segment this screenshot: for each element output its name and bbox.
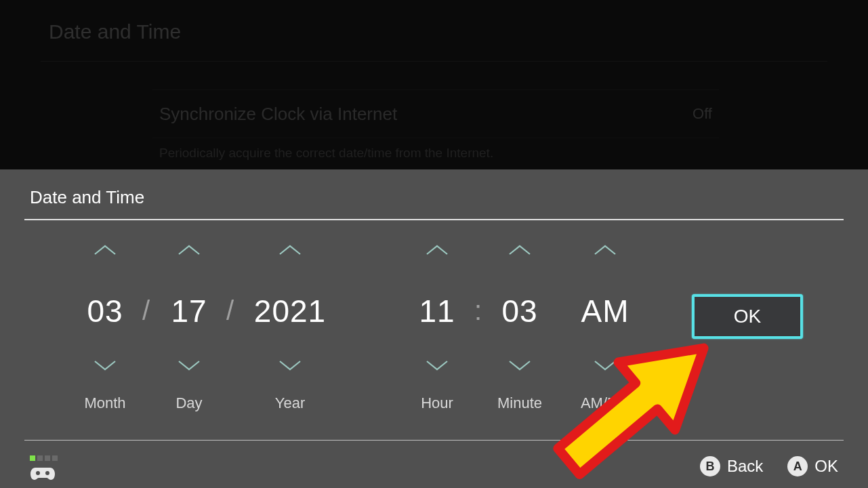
hour-value: 11 (419, 293, 455, 329)
hour-spinner[interactable]: 11 Hour (407, 232, 468, 435)
footer-bar: B Back A OK (0, 445, 868, 488)
date-separator: / (142, 296, 150, 326)
ok-button[interactable]: OK (692, 294, 803, 339)
chevron-up-icon[interactable] (426, 244, 449, 259)
month-spinner[interactable]: 03 Month (75, 232, 136, 435)
controller-indicator (30, 446, 60, 487)
hour-label: Hour (421, 394, 453, 412)
time-separator: : (474, 296, 482, 326)
year-label: Year (275, 394, 305, 412)
hint-ok-label: OK (814, 457, 838, 476)
minute-label: Minute (497, 394, 542, 412)
chevron-down-icon[interactable] (508, 359, 531, 374)
divider (24, 219, 844, 220)
svg-point-0 (36, 471, 40, 475)
hint-ok: A OK (787, 456, 838, 476)
controller-icon (30, 468, 56, 486)
ampm-label: AM/PM (581, 394, 629, 412)
chevron-down-icon[interactable] (94, 359, 117, 374)
chevron-down-icon[interactable] (278, 359, 302, 374)
chevron-up-icon[interactable] (178, 244, 201, 259)
chevron-up-icon[interactable] (508, 244, 531, 259)
month-value: 03 (87, 293, 123, 329)
day-value: 17 (171, 293, 207, 329)
divider (24, 440, 844, 441)
dialog-title: Date and Time (0, 169, 868, 219)
hint-back-label: Back (727, 457, 763, 476)
ampm-value: AM (581, 293, 629, 329)
minute-value: 03 (501, 293, 537, 329)
date-time-dialog: Date and Time 03 Month / 17 Day / 2021 Y… (0, 169, 868, 488)
chevron-down-icon[interactable] (594, 359, 617, 374)
chevron-up-icon[interactable] (278, 244, 302, 259)
year-spinner[interactable]: 2021 Year (243, 232, 337, 435)
chevron-up-icon[interactable] (594, 244, 617, 259)
hint-back: B Back (700, 456, 763, 476)
chevron-up-icon[interactable] (94, 244, 117, 259)
b-button-icon: B (700, 456, 720, 476)
day-label: Day (175, 394, 202, 412)
chevron-down-icon[interactable] (178, 359, 201, 374)
day-spinner[interactable]: 17 Day (159, 232, 220, 435)
date-separator: / (226, 296, 234, 326)
chevron-down-icon[interactable] (426, 359, 449, 374)
month-label: Month (84, 394, 125, 412)
year-value: 2021 (254, 293, 326, 329)
a-button-icon: A (787, 456, 808, 476)
ampm-spinner[interactable]: AM AM/PM (568, 232, 642, 435)
svg-point-1 (45, 471, 49, 475)
ok-button-label: OK (734, 306, 761, 327)
minute-spinner[interactable]: 03 Minute (489, 232, 550, 435)
